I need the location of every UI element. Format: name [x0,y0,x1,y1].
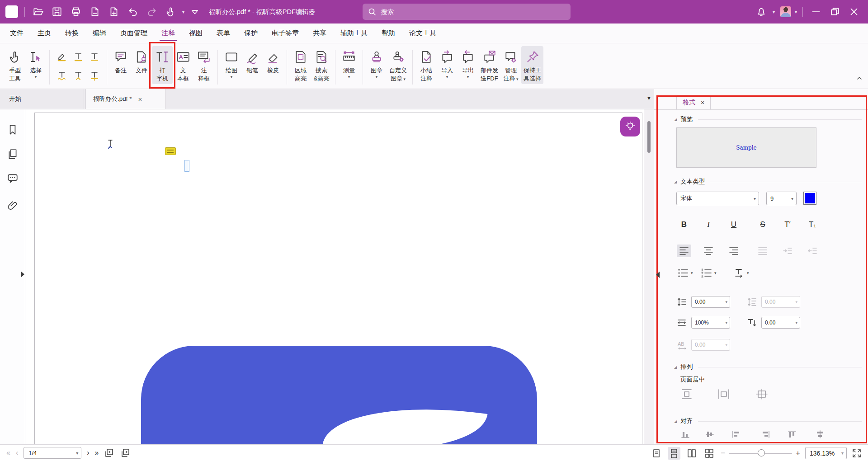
touch-mode-icon[interactable] [190,6,199,17]
align-center-objects-icon[interactable] [815,430,825,439]
insert-page-icon[interactable] [108,6,119,17]
collapse-ribbon-icon[interactable] [856,76,863,80]
assistant-lightbulb-button[interactable] [620,117,640,136]
fullscreen-icon[interactable] [852,448,862,458]
horizontal-scale-input[interactable]: 100%▾ [691,317,730,329]
align-bottom-icon[interactable] [680,430,690,439]
tool-summarize-comments[interactable]: 小结注释 [416,46,437,84]
tool-stamp[interactable]: 图章▾ [366,46,387,81]
tool-insert-text-icon[interactable] [73,71,84,81]
baseline-offset-input[interactable]: 0.00▾ [761,317,800,329]
hand-mode-dropdown-icon[interactable]: ▾ [182,9,184,14]
tool-callout[interactable]: 注释框 [193,46,214,84]
section-align-header[interactable]: ◢ 对齐 [674,417,862,425]
align-middle-icon[interactable] [705,430,715,439]
first-page-button[interactable]: « [6,449,10,457]
comments-panel-icon[interactable] [7,173,19,184]
tool-hand[interactable]: 手型工具 [5,46,25,84]
tool-strikeout-icon[interactable] [89,52,100,62]
section-preview-header[interactable]: ◢ 预览 [674,115,862,123]
tool-import-comments[interactable]: 导入▾ [437,46,458,81]
notifications-dropdown-icon[interactable]: ▾ [773,9,775,14]
align-left-button[interactable] [677,245,691,257]
delete-page-icon[interactable] [90,6,100,17]
close-button[interactable] [849,6,859,17]
hand-mode-icon[interactable] [165,6,176,17]
scrollbar-thumb[interactable] [647,121,651,153]
collapse-panel-handle[interactable] [656,272,660,278]
foxit-logo-icon[interactable] [5,5,18,18]
bullet-list-button[interactable]: ▾ [678,268,693,278]
align-top-icon[interactable] [787,430,797,439]
close-tab-icon[interactable]: × [138,95,142,103]
line-spacing-input[interactable]: 0.00▾ [691,296,730,308]
document-canvas[interactable] [25,109,644,444]
zoom-out-button[interactable]: − [721,449,725,458]
center-vertically-icon[interactable] [680,388,693,400]
open-file-icon[interactable] [33,6,43,17]
character-spacing-input[interactable]: 0.00▾ [691,339,730,351]
text-direction-button[interactable]: ▾ [734,268,749,278]
menu-convert[interactable]: 转换 [64,24,80,42]
tool-pencil[interactable]: 铅笔 [242,46,263,76]
tool-eraser[interactable]: 橡皮 [263,46,283,76]
tool-typewriter-selected[interactable]: 打字机 [152,46,173,84]
font-family-select[interactable]: 宋体▾ [676,192,759,205]
search-input[interactable] [381,8,552,15]
document-tab-active[interactable]: 福昕办公.pdf * × [85,89,166,109]
section-arrange-header[interactable]: ◢ 排列 [674,363,862,371]
font-color-swatch[interactable] [803,192,816,205]
tool-replace-text-icon[interactable] [89,71,100,81]
vertical-scrollbar[interactable] [644,109,654,444]
previous-page-button[interactable]: ‹ [16,449,18,457]
tool-email-fdf[interactable]: 邮件发送FDF [478,46,500,84]
align-center-button[interactable] [701,245,716,257]
zoom-slider-knob[interactable] [758,449,765,456]
menu-edit[interactable]: 编辑 [92,24,107,42]
tool-drawing[interactable]: 绘图▾ [221,46,242,81]
last-page-button[interactable]: » [95,449,99,457]
attachments-panel-icon[interactable] [7,200,19,212]
menu-paper-tools[interactable]: 论文工具 [408,24,437,42]
menu-share[interactable]: 共享 [312,24,327,42]
zoom-slider-track[interactable] [729,453,792,454]
center-horizontally-icon[interactable] [717,388,730,400]
align-right-objects-icon[interactable] [761,430,771,439]
tool-custom-stamp[interactable]: 自定义 图章 ▾ [387,46,409,84]
menu-form[interactable]: 表单 [216,24,231,42]
menu-comment-active[interactable]: 注释 [160,24,176,42]
page-number-combo[interactable]: 1/4▾ [24,447,81,459]
tool-keep-tool-selected[interactable]: 保持工具选择 [521,46,543,84]
menu-help[interactable]: 帮助 [381,24,396,42]
print-icon[interactable] [71,6,81,17]
tool-area-highlight[interactable]: 区域高亮 [290,46,311,84]
user-avatar[interactable] [780,6,791,17]
undo-icon[interactable] [127,6,138,17]
account-dropdown-icon[interactable]: ▾ [795,9,797,14]
menu-view[interactable]: 视图 [188,24,203,42]
notifications-bell-icon[interactable] [756,6,767,17]
strikeout-button[interactable]: S [755,218,771,231]
tool-search-highlight[interactable]: 搜索&高亮 [311,46,332,84]
menu-home[interactable]: 主页 [37,24,52,42]
facing-view-button[interactable] [685,447,698,460]
menu-file[interactable]: 文件 [9,24,24,42]
center-both-icon[interactable] [755,388,768,400]
tool-manage-comments[interactable]: 管理 注释 ▾ [500,46,521,84]
font-size-select[interactable]: 9▾ [766,192,797,205]
previous-view-icon[interactable] [104,448,115,458]
tool-highlight-icon[interactable] [57,52,67,62]
menu-accessibility[interactable]: 辅助工具 [340,24,368,42]
align-left-objects-icon[interactable] [731,430,741,439]
menu-protect[interactable]: 保护 [243,24,259,42]
decrease-indent-button[interactable] [805,245,820,257]
justify-button[interactable] [755,245,770,257]
menu-esign[interactable]: 电子签章 [271,24,300,42]
search-box[interactable] [363,4,571,20]
bold-button[interactable]: B [676,218,692,231]
tool-measure[interactable]: 测量▾ [339,46,359,81]
expand-left-panel-handle[interactable] [21,271,24,278]
pages-panel-icon[interactable] [7,148,19,160]
facing-continuous-view-button[interactable] [703,447,716,460]
paragraph-spacing-input[interactable]: 0.00▾ [761,296,800,308]
